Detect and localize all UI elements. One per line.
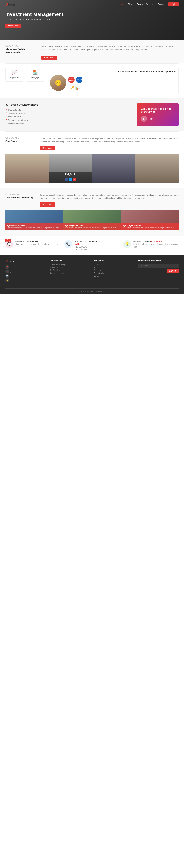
contact-item-phone: 📞 Any Query Or Clarifications? Call Us +… (64, 240, 120, 251)
case-card-2-subtitle: Sed Pretium Lectus Non Risi. Elerisque L… (65, 227, 119, 229)
expenses-icon: 📈 (9, 70, 20, 75)
footer-link-retirement[interactable]: Retirement Plan (50, 267, 90, 268)
creative-title: Creative Thoughts Informatics (133, 240, 179, 242)
team-header: WHO WE ARE Our Team Donec consequat sapi… (5, 137, 179, 150)
footer: Stock 📍 C 📞 C ✉️ C 🔒 C Our Services (0, 255, 184, 294)
facebook-icon[interactable]: f (65, 178, 68, 181)
linkedin-icon[interactable]: in (73, 178, 76, 181)
about-description: Donec consequat sapien ut leo cursus rho… (41, 45, 179, 51)
team-member-2: Kelli Smith Ceo f t in (49, 154, 92, 183)
team-description: Donec consequat sapien ut leo cursus rho… (39, 137, 179, 143)
experience-left: 30+ Years Of Experiences Cras justo odio… (5, 103, 134, 126)
expenses-label: Expenses (9, 76, 20, 79)
hero-content: Investment Management - Transform Your D… (5, 12, 64, 28)
team-member-4-image (135, 154, 179, 183)
footer-nav-services[interactable]: Services (94, 269, 134, 271)
case-header: CASE STUDIES The New Brand Identity Done… (5, 193, 179, 207)
case-card-3-title: Eget Integer Sit Amet. (123, 224, 177, 226)
about-breadcrumb: HOME / TIPS (5, 45, 36, 47)
play-button-area[interactable]: ▶ Play (141, 116, 175, 122)
case-right: Donec consequat sapien ut leo cursus rho… (39, 193, 179, 207)
hero-title: Investment Management (5, 12, 64, 17)
nav-links: Home About Pages Services Contact Login (119, 2, 179, 6)
case-card-3: Eget Integer Sit Amet. Sed Pretium Lectu… (121, 210, 179, 230)
case-description: Donec consequat sapien ut leo cursus rho… (39, 193, 179, 200)
footer-nav-col: Navigation Home About Us Services Case S… (94, 259, 134, 283)
contact-item-creative: 💡 Creative Thoughts Informatics Rau ultr… (123, 240, 179, 251)
logo-rest: tock (8, 2, 15, 6)
footer-email: C (10, 275, 11, 278)
footer-link-risk[interactable]: Risk Management (50, 272, 90, 274)
footer-brand-col: Stock 📍 C 📞 C ✉️ C 🔒 C (5, 259, 46, 283)
chart-arrow-icon: ↗ (70, 85, 74, 90)
footer-copyright: © 2018 Stock All Rights Reserved (5, 288, 179, 294)
check-item-2: Dapibus ac facilisis in (5, 112, 134, 115)
case-read-more-button[interactable]: Read More (39, 203, 55, 207)
footer-phone-row: 📞 C (5, 270, 46, 273)
play-label: Play (149, 118, 153, 120)
live-support-badge: LiveSupport (5, 239, 11, 242)
footer-link-tax[interactable]: Tax Planning (50, 269, 90, 271)
case-card-2: Eget Integer Sit Amet. Sed Pretium Lectu… (63, 210, 121, 230)
nav-contact[interactable]: Contact (158, 3, 165, 6)
member-2-role: Ceo (50, 175, 91, 177)
nav-about[interactable]: About (128, 3, 133, 6)
experience-cta-title: Get Expertise Advice And Start Saving! (141, 107, 175, 113)
creative-text: Rau ultrices ligula sed magna Donec, tul… (133, 243, 179, 248)
footer-nav-links: Home About Us Services Case Studies Cont… (94, 264, 134, 277)
team-member-1 (5, 154, 49, 183)
phone-icon: 📞 (66, 242, 71, 246)
creative-contact-info: Creative Thoughts Informatics Rau ultric… (133, 240, 179, 248)
logo-red: S (5, 2, 8, 6)
financial-tags-area: Invest-ments Finance ↗ 📊 (68, 75, 83, 90)
footer-logo-rest: tock (7, 259, 14, 263)
experience-section: 30+ Years Of Experiences Cras justo odio… (0, 98, 184, 131)
case-card-1-subtitle: Sed Pretium Lectus Non Risi. Elerisque L… (7, 227, 61, 229)
play-circle-icon[interactable]: ▶ (141, 116, 147, 122)
case-title: The New Brand Identity (5, 196, 34, 199)
newsletter-email-input[interactable] (138, 264, 179, 268)
check-item-4: Porta ac consectetur ac (5, 119, 134, 121)
login-button[interactable]: Login (168, 2, 179, 6)
team-member-2-overlay: Kelli Smith Ceo f t in (49, 172, 92, 183)
chat-contact-info: Email And Live Chat 24/7 Culpa qui magna… (16, 240, 61, 248)
service-card-mortgage: 🏪 Mortgage (26, 67, 44, 82)
phone-contact-info: Any Query Or Clarifications? Call Us + 1… (74, 240, 101, 251)
nav-pages[interactable]: Pages (137, 3, 143, 6)
experience-checklist: Cras justo odio Dapibus ac facilisis in … (5, 109, 134, 125)
financial-tags: Invest-ments Finance (68, 76, 83, 83)
footer-nav-about[interactable]: About Us (94, 267, 134, 268)
team-member-3-image (92, 154, 135, 183)
twitter-icon[interactable]: t (69, 178, 72, 181)
chat-text: Culpa qui magna in ultrices Donec, tullu… (16, 243, 61, 248)
case-card-1: Eget Integer Sit Amet. Sed Pretium Lectu… (5, 210, 63, 230)
team-read-more-button[interactable]: Read More (39, 146, 55, 150)
phone-icon-wrap: 📞 (64, 240, 72, 248)
footer-link-investment[interactable]: Investment Strategy (50, 264, 90, 266)
team-label: WHO WE ARE (5, 137, 34, 139)
team-title: Our Team (5, 140, 34, 143)
footer-grid: Stock 📍 C 📞 C ✉️ C 🔒 C Our Services (5, 259, 179, 287)
chart-visual: ↗ 📊 (68, 85, 83, 90)
footer-nav-home[interactable]: Home (94, 264, 134, 266)
about-read-more-button[interactable]: Read More (41, 56, 57, 60)
check-item-1: Cras justo odio (5, 109, 134, 111)
hero-cta-button[interactable]: Read More (5, 24, 21, 28)
footer-nav-title: Navigation (94, 259, 134, 262)
creative-title-highlight: Informatics (151, 240, 162, 242)
footer-nav-case[interactable]: Case Studies (94, 272, 134, 274)
financial-title: Financial Services Core Customer Centric… (50, 70, 176, 73)
contact-bar: 💬 LiveSupport Email And Live Chat 24/7 C… (0, 236, 184, 255)
nav-home[interactable]: Home (119, 3, 125, 6)
footer-nav-contact[interactable]: Contact (94, 275, 134, 277)
footer-services-title: Our Services (50, 259, 90, 262)
case-label: CASE STUDIES (5, 193, 34, 195)
brand-logo[interactable]: Stock (5, 2, 15, 6)
newsletter-submit-button[interactable]: SUBMIT (167, 269, 179, 273)
footer-privacy: C (10, 279, 11, 282)
call-us-label: Call Us (74, 243, 101, 246)
team-section: WHO WE ARE Our Team Donec consequat sapi… (0, 132, 184, 188)
phone-number-1: + 10 (00) 42345 (74, 246, 101, 248)
about-section: HOME / TIPS About Profitable Investments… (0, 39, 184, 63)
nav-services[interactable]: Services (146, 3, 154, 6)
